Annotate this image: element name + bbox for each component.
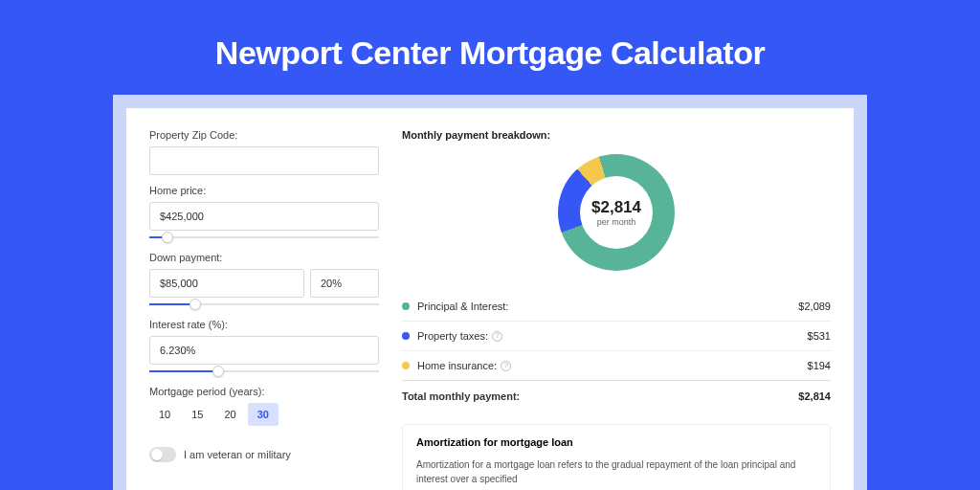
period-options: 10152030: [149, 403, 379, 426]
period-label: Mortgage period (years):: [149, 386, 379, 397]
amortization-text: Amortization for a mortgage loan refers …: [416, 457, 816, 486]
legend-dot: [402, 362, 410, 369]
veteran-toggle[interactable]: [149, 447, 176, 462]
total-value: $2,814: [798, 390, 831, 402]
interest-label: Interest rate (%):: [149, 319, 379, 330]
breakdown-label: Property taxes:?: [417, 330, 808, 342]
period-option-30[interactable]: 30: [248, 403, 278, 426]
veteran-label: I am veteran or military: [184, 449, 291, 460]
slider-thumb[interactable]: [189, 299, 201, 310]
legend-dot: [402, 332, 410, 340]
breakdown-line: Principal & Interest:$2,089: [402, 292, 831, 321]
home-price-label: Home price:: [149, 185, 379, 196]
home-price-input[interactable]: [149, 202, 379, 231]
zip-input[interactable]: [149, 146, 379, 175]
card-outer: Property Zip Code: Home price: Down paym…: [113, 95, 867, 490]
interest-input[interactable]: [149, 336, 379, 365]
donut-sub: per month: [591, 217, 641, 227]
donut-chart: $2,814 per month: [402, 141, 831, 292]
help-icon[interactable]: ?: [492, 331, 502, 342]
breakdown-title: Monthly payment breakdown:: [402, 129, 831, 141]
amortization-title: Amortization for mortgage loan: [416, 436, 816, 448]
breakdown-line: Property taxes:?$531: [402, 321, 831, 350]
breakdown-line: Home insurance:?$194: [402, 350, 831, 380]
slider-thumb[interactable]: [162, 232, 173, 243]
down-payment-pct-input[interactable]: [310, 269, 379, 298]
help-icon[interactable]: ?: [501, 361, 511, 371]
total-label: Total monthly payment:: [402, 390, 798, 402]
breakdown-column: Monthly payment breakdown: $2,814 per mo…: [402, 129, 831, 490]
form-column: Property Zip Code: Home price: Down paym…: [149, 129, 379, 490]
period-option-10[interactable]: 10: [149, 403, 180, 426]
card-inner: Property Zip Code: Home price: Down paym…: [126, 108, 854, 490]
breakdown-label: Principal & Interest:: [417, 301, 798, 312]
donut-amount: $2,814: [591, 198, 641, 217]
slider-thumb[interactable]: [212, 366, 224, 377]
home-price-slider[interactable]: [149, 233, 379, 242]
amortization-box: Amortization for mortgage loan Amortizat…: [402, 424, 831, 490]
legend-dot: [402, 302, 410, 310]
breakdown-label: Home insurance:?: [417, 360, 808, 371]
down-payment-label: Down payment:: [149, 252, 379, 263]
interest-slider[interactable]: [149, 367, 379, 376]
breakdown-value: $194: [808, 360, 831, 371]
total-line: Total monthly payment: $2,814: [402, 380, 831, 411]
down-payment-input[interactable]: [149, 269, 304, 298]
down-payment-slider[interactable]: [149, 300, 379, 309]
zip-label: Property Zip Code:: [149, 129, 379, 141]
period-option-20[interactable]: 20: [215, 403, 246, 426]
breakdown-value: $2,089: [798, 301, 831, 312]
breakdown-value: $531: [808, 330, 831, 342]
period-option-15[interactable]: 15: [182, 403, 212, 426]
page-title: Newport Center Mortgage Calculator: [0, 0, 980, 95]
